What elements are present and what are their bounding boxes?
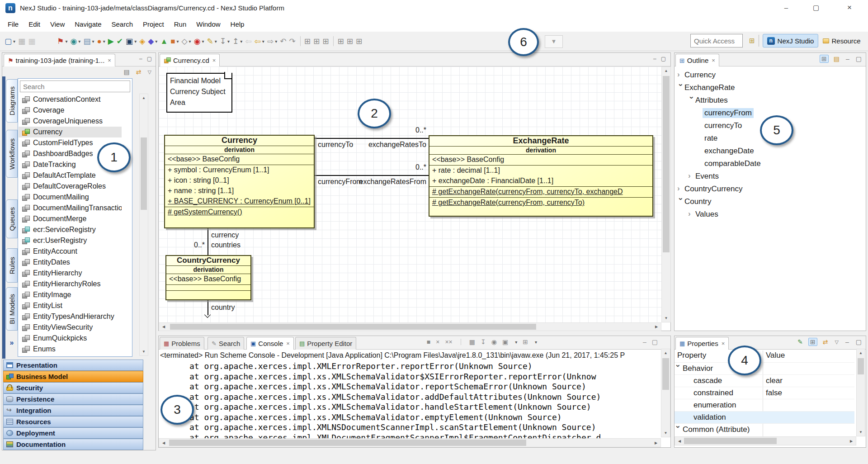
prop-row-cascade[interactable]: cascadeclear: [675, 374, 854, 387]
diagram-note[interactable]: Financial Model Currency Subject Area: [166, 73, 232, 113]
scrollbar-thumb[interactable]: [662, 358, 669, 390]
outline-item-comparable-date[interactable]: comparableDate: [704, 158, 761, 170]
dropdown-icon[interactable]: ▾: [78, 39, 80, 44]
annotate-pen-button[interactable]: ✎▾: [206, 35, 218, 47]
list-item[interactable]: ecr:UserRegistry: [19, 235, 122, 246]
terminate-icon[interactable]: ■: [427, 338, 430, 346]
close-icon[interactable]: ×: [286, 340, 290, 347]
assoc-label-exchange-rates-to[interactable]: exchangeRatesTo: [358, 141, 426, 149]
view-menu-icon[interactable]: ▽: [834, 339, 840, 345]
class-attribute[interactable]: + name : string [1..1]: [165, 186, 314, 196]
module-tab-rules[interactable]: Rules: [6, 248, 18, 283]
layer-resources[interactable]: Resources: [3, 416, 143, 427]
scroll-up-icon[interactable]: ▲: [857, 351, 865, 355]
list-item[interactable]: ecr:ServiceRegistry: [19, 224, 122, 235]
close-icon[interactable]: ×: [722, 340, 725, 347]
minimize-panel-icon[interactable]: –: [653, 56, 656, 62]
menu-edit[interactable]: Edit: [24, 18, 45, 31]
editor-vscrollbar[interactable]: ▲ ▼: [661, 66, 671, 322]
export-doc-button[interactable]: ↥▾: [231, 35, 243, 47]
scroll-right-icon[interactable]: ▶: [653, 441, 659, 445]
module-overflow-chevron[interactable]: »: [6, 339, 18, 350]
data-load-button[interactable]: ▲: [159, 35, 169, 47]
list-item[interactable]: DocumentMailingTransaction: [19, 203, 122, 213]
tab-search[interactable]: ✎ Search: [208, 337, 244, 350]
remove-launch-icon[interactable]: ×: [436, 338, 439, 346]
list-item[interactable]: DefaultActTemplate: [19, 170, 122, 181]
chevron-down-icon[interactable]: ›: [676, 84, 685, 91]
menu-run[interactable]: Run: [169, 18, 192, 31]
layer-presentation[interactable]: Presentation: [3, 360, 143, 371]
menu-view[interactable]: View: [45, 18, 70, 31]
layer-business-model[interactable]: Business Model: [3, 371, 143, 382]
arrange-tree-button[interactable]: ⊞: [321, 35, 330, 47]
uml-class-country-currency[interactable]: CountryCurrency derivation <<base>> Base…: [165, 255, 251, 300]
class-attribute[interactable]: + icon : string [0..1]: [165, 175, 314, 186]
open-perspective-icon[interactable]: ⊞: [749, 37, 755, 45]
chevron-down-icon[interactable]: ›: [687, 96, 696, 104]
chevron-down-icon[interactable]: ›: [676, 198, 685, 205]
validate-button[interactable]: ✔: [116, 35, 124, 47]
dropdown-icon[interactable]: ▾: [103, 39, 105, 44]
remove-all-launches-icon[interactable]: ××: [445, 338, 452, 346]
outline-item-currency-to[interactable]: currencyTo: [704, 120, 742, 132]
maximize-panel-icon[interactable]: ▢: [652, 338, 658, 346]
dropdown-icon[interactable]: ▾: [202, 39, 204, 44]
toolbar-overflow-chevron[interactable]: ▼: [545, 35, 563, 48]
publish-model-button[interactable]: ◉▾: [70, 35, 82, 47]
outline-item-events[interactable]: ›Events: [688, 170, 719, 182]
dropdown-icon[interactable]: ▾: [262, 39, 264, 44]
list-item[interactable]: Enums: [19, 344, 122, 355]
sync-icon[interactable]: ⇄: [135, 68, 143, 76]
clear-console-icon[interactable]: ▦: [469, 338, 475, 346]
prop-row-behavior[interactable]: ›Behavior: [675, 362, 854, 374]
scroll-down-icon[interactable]: ▼: [140, 350, 148, 354]
link-with-editor-icon[interactable]: ▤: [123, 68, 131, 76]
module-tab-bi-models[interactable]: BI Models: [6, 287, 18, 331]
scroll-down-icon[interactable]: ▼: [857, 430, 865, 434]
switch-pane-icon[interactable]: ⇄: [821, 338, 830, 346]
generate-button[interactable]: ◇▾: [181, 35, 192, 47]
prop-row-validation-selected[interactable]: validation: [675, 411, 854, 423]
scheme-console-button[interactable]: ▣▾: [125, 35, 137, 47]
prop-row-common-attribute[interactable]: ›Common (Attribute): [675, 423, 854, 436]
new-wizard-button[interactable]: ▢▾: [4, 35, 16, 47]
association-line-exchange-rates-to[interactable]: [315, 138, 429, 139]
maximize-panel-icon[interactable]: ▢: [854, 338, 863, 346]
class-attribute[interactable]: + symbol : CurrencyEnum [1..1]: [165, 165, 314, 175]
run-button[interactable]: ▶: [107, 35, 115, 47]
outline-item-country[interactable]: ›Country: [677, 196, 712, 208]
list-item[interactable]: DocumentMerge: [19, 213, 122, 224]
chevron-right-icon[interactable]: ›: [688, 171, 695, 180]
scrollbar-thumb[interactable]: [858, 358, 864, 374]
prop-row-constrained[interactable]: constrainedfalse: [675, 387, 854, 399]
tab-outline[interactable]: ⊞ Outline ×: [675, 54, 719, 66]
dropdown-icon[interactable]: ▾: [134, 39, 137, 44]
forward-button[interactable]: ⇨▾: [266, 35, 278, 47]
list-item[interactable]: EntityHierarchyRoles: [19, 279, 122, 289]
assoc-mult-to[interactable]: 0..*: [406, 126, 426, 134]
upgrade-shield-button[interactable]: ◈: [138, 35, 146, 47]
console-vscrollbar[interactable]: ▲ ▼: [661, 349, 670, 437]
scroll-right-icon[interactable]: ▶: [654, 325, 659, 329]
maximize-panel-icon[interactable]: ▢: [854, 55, 863, 62]
scroll-up-icon[interactable]: ▲: [662, 69, 670, 73]
scroll-lock-icon[interactable]: ↧: [481, 338, 486, 346]
new-property-icon[interactable]: ✎: [796, 338, 804, 346]
list-item[interactable]: Coverage: [19, 105, 122, 116]
chevron-down-icon[interactable]: ›: [674, 426, 683, 433]
outline-item-currency-from[interactable]: currencyFrom: [703, 107, 754, 119]
tree-view-icon[interactable]: ⊞: [820, 55, 829, 63]
back-button[interactable]: ⇦▾: [254, 35, 265, 47]
run-as-user-button[interactable]: ●▾: [96, 35, 106, 47]
dropdown-icon[interactable]: ▾: [275, 39, 277, 44]
outline-item-exchange-date[interactable]: exchangeDate: [704, 145, 754, 157]
dropdown-icon[interactable]: ▾: [177, 39, 179, 44]
server-tool-button[interactable]: ▤▾: [82, 35, 95, 47]
scroll-left-icon[interactable]: ◀: [161, 441, 166, 445]
assoc-label-exchange-rates-from[interactable]: exchangeRatesFrom: [353, 178, 426, 186]
table-view-icon[interactable]: ▤: [832, 55, 841, 62]
dropdown-icon[interactable]: ▾: [13, 39, 15, 44]
console-output[interactable]: at org.apache.xerces.impl.XMLErrorReport…: [160, 361, 660, 438]
properties-vscrollbar[interactable]: ▲ ▼: [856, 349, 865, 436]
